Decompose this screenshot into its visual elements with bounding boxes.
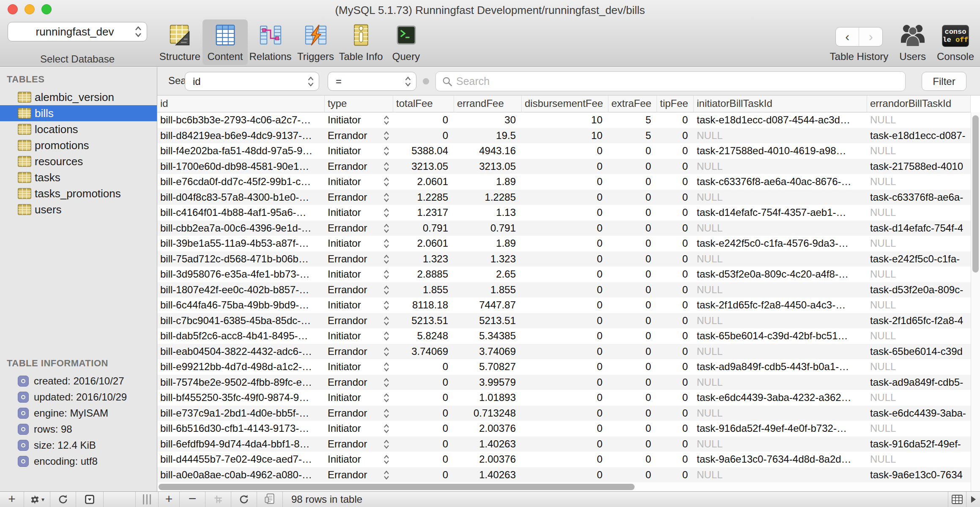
table-row[interactable]: bill-a0e0a8ae-c0ab-4962-a080-…Errandor01… bbox=[157, 467, 971, 483]
cell-errandFee[interactable]: 19.5 bbox=[454, 128, 522, 144]
cell-tipFee[interactable]: 0 bbox=[657, 313, 694, 329]
cell-id[interactable]: bill-bf455250-35fc-49f0-9874-9… bbox=[157, 390, 325, 406]
cell-type[interactable]: Errandor bbox=[325, 375, 393, 390]
cell-initiatorBillTaskId[interactable]: NULL bbox=[694, 467, 867, 483]
cell-type[interactable]: Errandor bbox=[325, 251, 393, 267]
cell-disbursementFee[interactable]: 0 bbox=[522, 174, 608, 190]
cell-id[interactable]: bill-75ad712c-d568-471b-b06b… bbox=[157, 251, 325, 267]
cell-disbursementFee[interactable]: 0 bbox=[522, 221, 608, 236]
cell-tipFee[interactable]: 0 bbox=[657, 406, 694, 421]
sidebar-item-promotions[interactable]: promotions bbox=[0, 137, 157, 153]
cell-id[interactable]: bill-7574be2e-9502-4fbb-89fc-e… bbox=[157, 375, 325, 390]
search-input[interactable] bbox=[456, 75, 899, 87]
cell-tipFee[interactable]: 0 bbox=[657, 436, 694, 452]
cell-totalFee[interactable]: 2.0601 bbox=[393, 174, 454, 190]
cell-id[interactable]: bill-cbb2ea7a-00c6-4396-9e1d-… bbox=[157, 221, 325, 236]
type-stepper-icon[interactable] bbox=[383, 207, 390, 218]
cell-type[interactable]: Initiator bbox=[325, 112, 393, 128]
cell-type[interactable]: Errandor bbox=[325, 344, 393, 360]
table-row[interactable]: bill-c7bc9041-6385-45ba-85dc-…Errandor52… bbox=[157, 313, 971, 329]
console-button[interactable]: conso le off Console bbox=[937, 19, 974, 63]
cell-tipFee[interactable]: 0 bbox=[657, 421, 694, 436]
cell-totalFee[interactable]: 0 bbox=[393, 467, 454, 483]
cell-id[interactable]: bill-c7bc9041-6385-45ba-85dc-… bbox=[157, 313, 325, 329]
cell-tipFee[interactable]: 0 bbox=[657, 251, 694, 267]
column-header-extraFee[interactable]: extraFee bbox=[608, 95, 657, 112]
cell-totalFee[interactable]: 0 bbox=[393, 390, 454, 406]
cell-errandFee[interactable]: 1.89 bbox=[454, 236, 522, 251]
cell-id[interactable]: bill-6efdfb94-9d74-4da4-bbf1-8… bbox=[157, 436, 325, 452]
table-row[interactable]: bill-75ad712c-d568-471b-b06b…Errandor1.3… bbox=[157, 251, 971, 267]
cell-extraFee[interactable]: 5 bbox=[608, 112, 657, 128]
cell-disbursementFee[interactable]: 0 bbox=[522, 467, 608, 483]
cell-initiatorBillTaskId[interactable]: task-ad9a849f-cdb5-443f-b0a1-… bbox=[694, 359, 867, 375]
cell-initiatorBillTaskId[interactable]: NULL bbox=[694, 375, 867, 390]
cell-errandFee[interactable]: 2.65 bbox=[454, 267, 522, 282]
cell-type[interactable]: Errandor bbox=[325, 159, 393, 174]
vertical-scrollbar-thumb[interactable] bbox=[972, 115, 979, 273]
cell-disbursementFee[interactable]: 0 bbox=[522, 406, 608, 421]
cell-errandorBillTaskId[interactable]: task-ad9a849f-cdb5- bbox=[867, 375, 971, 390]
table-row[interactable]: bill-d44455b7-7e02-49ce-aed7-…Initiator0… bbox=[157, 452, 971, 467]
column-header-disbursementFee[interactable]: disbursementFee bbox=[522, 95, 608, 112]
sidebar-item-resources[interactable]: resources bbox=[0, 153, 157, 169]
cell-errandorBillTaskId[interactable]: task-d53f2e0a-809c- bbox=[867, 282, 971, 298]
cell-disbursementFee[interactable]: 0 bbox=[522, 344, 608, 360]
cell-errandorBillTaskId[interactable]: task-e242f5c0-c1fa- bbox=[867, 251, 971, 267]
tab-table-info[interactable]: Table Info bbox=[338, 19, 383, 65]
cell-totalFee[interactable]: 0 bbox=[393, 375, 454, 390]
cell-errandFee[interactable]: 2.00376 bbox=[454, 421, 522, 436]
cell-id[interactable]: bill-f4e202ba-fa51-48dd-97a5-9… bbox=[157, 143, 325, 159]
cell-disbursementFee[interactable]: 0 bbox=[522, 313, 608, 329]
cell-type[interactable]: Initiator bbox=[325, 174, 393, 190]
add-row-button[interactable]: + bbox=[159, 492, 180, 507]
cell-tipFee[interactable]: 0 bbox=[657, 390, 694, 406]
cell-errandorBillTaskId[interactable]: NULL bbox=[867, 112, 971, 128]
cell-errandFee[interactable]: 0.713248 bbox=[454, 406, 522, 421]
cell-errandorBillTaskId[interactable]: task-e6dc4439-3aba- bbox=[867, 406, 971, 421]
cell-initiatorBillTaskId[interactable]: NULL bbox=[694, 344, 867, 360]
cell-totalFee[interactable]: 8118.18 bbox=[393, 297, 454, 313]
pane-drag-handle[interactable] bbox=[136, 492, 159, 507]
type-stepper-icon[interactable] bbox=[383, 192, 390, 203]
cell-disbursementFee[interactable]: 10 bbox=[522, 112, 608, 128]
cell-initiatorBillTaskId[interactable]: task-65be6014-c39d-42bf-bc51… bbox=[694, 328, 867, 344]
cell-tipFee[interactable]: 0 bbox=[657, 297, 694, 313]
cell-type[interactable]: Initiator bbox=[325, 267, 393, 282]
cell-type[interactable]: Errandor bbox=[325, 282, 393, 298]
cell-extraFee[interactable]: 0 bbox=[608, 190, 657, 205]
cell-initiatorBillTaskId[interactable]: NULL bbox=[694, 436, 867, 452]
cell-initiatorBillTaskId[interactable]: task-217588ed-4010-4619-a98… bbox=[694, 143, 867, 159]
table-row[interactable]: bill-1807e42f-ee0c-402b-b857-…Errandor1.… bbox=[157, 282, 971, 298]
cell-extraFee[interactable]: 0 bbox=[608, 159, 657, 174]
table-row[interactable]: bill-39be1a55-11a9-4b53-a87f-…Initiator2… bbox=[157, 236, 971, 251]
table-row[interactable]: bill-e76cda0f-dd7c-45f2-99b1-c…Initiator… bbox=[157, 174, 971, 190]
cell-extraFee[interactable]: 0 bbox=[608, 344, 657, 360]
cell-errandorBillTaskId[interactable]: NULL bbox=[867, 452, 971, 467]
type-stepper-icon[interactable] bbox=[383, 439, 390, 450]
cell-disbursementFee[interactable]: 0 bbox=[522, 390, 608, 406]
cell-errandorBillTaskId[interactable]: NULL bbox=[867, 205, 971, 221]
cell-extraFee[interactable]: 0 bbox=[608, 313, 657, 329]
cell-errandFee[interactable]: 0.791 bbox=[454, 221, 522, 236]
table-row[interactable]: bill-e737c9a1-2bd1-4d0e-bb5f-…Errandor00… bbox=[157, 406, 971, 421]
cell-type[interactable]: Initiator bbox=[325, 143, 393, 159]
cell-tipFee[interactable]: 0 bbox=[657, 143, 694, 159]
cell-totalFee[interactable]: 0 bbox=[393, 436, 454, 452]
cell-type[interactable]: Initiator bbox=[325, 421, 393, 436]
cell-tipFee[interactable]: 0 bbox=[657, 328, 694, 344]
cell-id[interactable]: bill-1700e60d-db98-4581-90e1… bbox=[157, 159, 325, 174]
table-view-button[interactable] bbox=[948, 492, 966, 507]
cell-errandorBillTaskId[interactable]: task-d14efafc-754f-4 bbox=[867, 221, 971, 236]
column-header-tipFee[interactable]: tipFee bbox=[657, 95, 694, 112]
cell-extraFee[interactable]: 0 bbox=[608, 282, 657, 298]
cell-tipFee[interactable]: 0 bbox=[657, 190, 694, 205]
column-header-errandFee[interactable]: errandFee bbox=[454, 95, 522, 112]
type-stepper-icon[interactable] bbox=[383, 454, 390, 465]
cell-totalFee[interactable]: 1.2317 bbox=[393, 205, 454, 221]
cell-type[interactable]: Errandor bbox=[325, 221, 393, 236]
cell-disbursementFee[interactable]: 0 bbox=[522, 236, 608, 251]
table-row[interactable]: bill-eab04504-3822-4432-adc6-…Errandor3.… bbox=[157, 344, 971, 360]
type-stepper-icon[interactable] bbox=[383, 300, 390, 311]
cell-disbursementFee[interactable]: 0 bbox=[522, 359, 608, 375]
